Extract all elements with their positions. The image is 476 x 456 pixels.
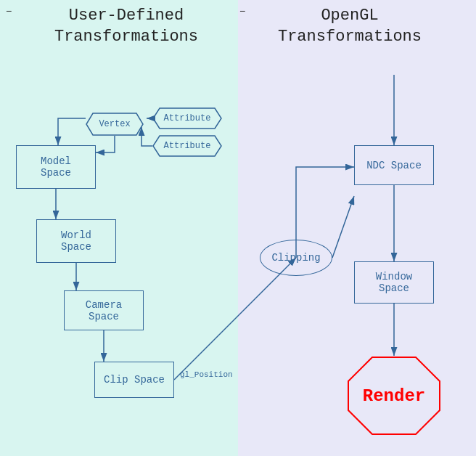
vertex-label: Vertex [99,119,130,129]
world-space-label: WorldSpace [61,229,91,253]
model-space-label: ModelSpace [41,155,71,179]
clipping-shape: Clipping [260,240,332,276]
gl-position-label: gl_Position [180,370,233,379]
left-title-line1: User-Defined [69,7,184,25]
attribute1-label: Attribute [164,113,211,123]
window-space-label: WindowSpace [376,271,412,294]
left-title-line2: Transformations [54,28,198,46]
clipping-label: Clipping [271,252,320,264]
main-container: User-Defined Transformations OpenGL Tran… [0,0,476,456]
clip-space-box: Clip Space [94,362,174,398]
header: User-Defined Transformations OpenGL Tran… [0,0,476,53]
vertex-shape: Vertex [86,113,144,136]
render-shape: Render [347,356,441,436]
attribute1-shape: Attribute [152,107,222,129]
camera-space-box: CameraSpace [64,290,144,330]
window-space-box: WindowSpace [354,261,434,304]
model-space-box: ModelSpace [16,145,96,189]
attribute2-label: Attribute [164,141,211,151]
attribute2-shape: Attribute [152,135,222,157]
ndc-space-label: NDC Space [366,160,422,171]
clip-space-label: Clip Space [104,374,165,386]
world-space-box: WorldSpace [36,219,116,263]
right-title: OpenGL Transformations [249,6,450,47]
ndc-space-box: NDC Space [354,145,434,185]
left-title: User-Defined Transformations [25,6,226,47]
right-title-line2: Transformations [278,28,422,46]
camera-space-label: CameraSpace [86,299,122,322]
render-label: Render [363,386,425,406]
right-title-line1: OpenGL [321,7,378,25]
